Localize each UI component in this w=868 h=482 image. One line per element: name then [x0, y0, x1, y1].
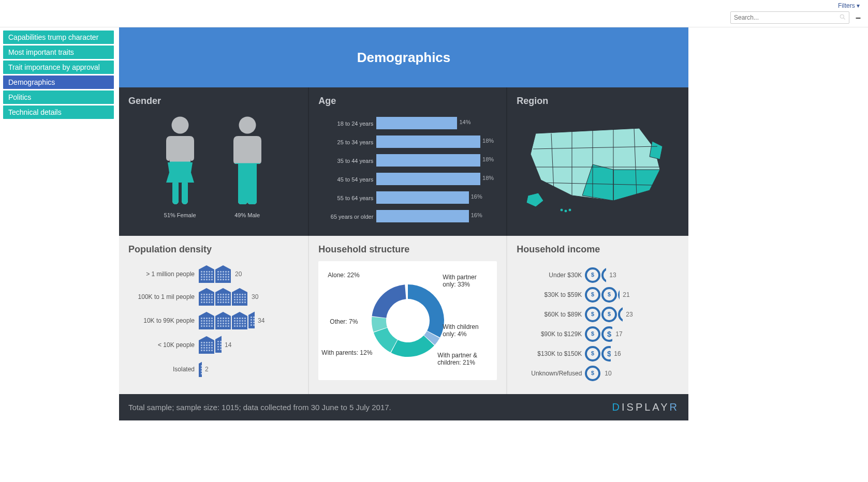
coin-icon: $ — [585, 346, 600, 362]
svg-rect-139 — [201, 323, 202, 324]
svg-point-2 — [171, 117, 188, 134]
svg-rect-216 — [209, 342, 210, 343]
svg-rect-175 — [244, 318, 246, 319]
search-input[interactable] — [730, 11, 849, 24]
svg-rect-126 — [242, 302, 243, 303]
svg-rect-169 — [228, 325, 229, 327]
building-icon — [215, 335, 222, 353]
panel-income: Household income Under $30K$$13$30K to $… — [506, 236, 688, 394]
svg-rect-113 — [234, 296, 236, 298]
panel-title-gender: Gender — [128, 96, 299, 107]
svg-rect-224 — [203, 347, 205, 349]
svg-text:$: $ — [608, 291, 611, 297]
svg-rect-260 — [201, 368, 202, 369]
svg-rect-71 — [201, 296, 202, 298]
income-value-label: 21 — [623, 291, 629, 298]
sidebar-item-1[interactable]: Most important traits — [3, 46, 114, 59]
svg-rect-62 — [223, 279, 224, 280]
dashboard: Demographics Gender — [119, 27, 688, 420]
collapse-button[interactable]: – — [854, 12, 863, 23]
density-row: 10K to 99K people34 — [131, 311, 296, 330]
donut-slice — [391, 336, 434, 357]
svg-rect-235 — [220, 341, 222, 342]
age-bar-row: 55 to 64 years16% — [319, 190, 492, 206]
svg-rect-109 — [237, 294, 238, 295]
svg-rect-156 — [220, 320, 222, 322]
coin-icon: $ — [585, 366, 600, 381]
svg-rect-52 — [223, 274, 224, 275]
density-row: 100K to 1 mil people30 — [131, 288, 296, 306]
density-value-label: 20 — [235, 270, 242, 278]
svg-rect-187 — [237, 325, 238, 327]
svg-rect-167 — [223, 325, 224, 327]
donut-slice-label: Alone: 22% — [328, 272, 359, 279]
donut-slice-label: With childrenonly: 4% — [443, 323, 478, 338]
age-bar-row: 35 to 44 years18% — [319, 153, 492, 169]
density-row: > 1 million people20 — [131, 265, 296, 283]
age-bar — [376, 210, 468, 222]
coin-icon: $ — [618, 307, 623, 322]
sidebar: Capabilities trump characterMost importa… — [0, 27, 114, 120]
svg-rect-161 — [220, 323, 222, 324]
svg-rect-75 — [211, 296, 213, 298]
svg-text:$: $ — [591, 350, 594, 356]
svg-rect-150 — [217, 318, 219, 319]
svg-rect-24 — [201, 271, 202, 273]
svg-rect-190 — [244, 325, 246, 327]
income-row: $60K to $89K$$$23 — [518, 305, 678, 324]
svg-rect-213 — [201, 342, 202, 343]
sidebar-item-0[interactable]: Capabilities trump character — [3, 31, 114, 44]
svg-rect-147 — [209, 325, 210, 327]
svg-rect-182 — [237, 323, 238, 324]
income-row: $130K to $150K$$16 — [518, 344, 678, 364]
svg-rect-223 — [201, 347, 202, 349]
svg-rect-265 — [201, 370, 202, 372]
svg-rect-95 — [225, 296, 227, 298]
income-category-label: Unknown/Refused — [518, 370, 585, 377]
svg-rect-112 — [244, 294, 246, 295]
age-value-label: 18% — [482, 138, 494, 144]
density-category-label: < 10K people — [131, 341, 199, 349]
coin-icon: $ — [601, 326, 612, 342]
coin-icon: $ — [618, 287, 620, 303]
svg-rect-74 — [209, 296, 210, 298]
svg-rect-45 — [217, 271, 219, 273]
svg-rect-165 — [217, 325, 219, 327]
svg-rect-131 — [206, 318, 208, 319]
svg-rect-152 — [223, 318, 224, 319]
svg-rect-134 — [201, 320, 202, 322]
svg-rect-117 — [244, 296, 246, 298]
svg-rect-77 — [203, 299, 205, 300]
svg-rect-73 — [206, 296, 208, 298]
density-category-label: > 1 million people — [131, 270, 199, 278]
age-category-label: 55 to 64 years — [319, 195, 376, 201]
svg-text:$: $ — [591, 330, 594, 337]
sidebar-item-5[interactable]: Technical details — [3, 106, 114, 119]
svg-rect-208 — [253, 324, 255, 326]
sidebar-item-2[interactable]: Trait importance by approval — [3, 61, 114, 74]
sidebar-item-4[interactable]: Politics — [3, 91, 114, 104]
svg-rect-76 — [201, 299, 202, 300]
svg-rect-93 — [220, 296, 222, 298]
building-icon — [199, 312, 214, 329]
svg-rect-197 — [251, 319, 252, 321]
filters-link[interactable]: Filters ▾ — [838, 2, 863, 9]
age-value-label: 16% — [471, 193, 482, 200]
svg-rect-220 — [206, 344, 208, 346]
svg-rect-56 — [220, 276, 222, 278]
svg-rect-32 — [209, 274, 210, 275]
svg-rect-25 — [203, 271, 205, 273]
svg-rect-141 — [206, 323, 208, 324]
panel-density: Population density > 1 million people201… — [119, 236, 308, 394]
building-icon — [199, 359, 202, 377]
svg-rect-132 — [209, 318, 210, 319]
svg-rect-38 — [211, 276, 213, 278]
svg-point-21 — [564, 209, 567, 213]
svg-rect-57 — [223, 276, 224, 278]
svg-rect-193 — [253, 317, 255, 318]
sidebar-item-3[interactable]: Demographics — [3, 76, 114, 89]
svg-rect-111 — [242, 294, 243, 295]
svg-rect-171 — [234, 318, 236, 319]
svg-rect-99 — [223, 299, 224, 300]
donut-slice-label: With partner &children: 21% — [437, 352, 477, 366]
